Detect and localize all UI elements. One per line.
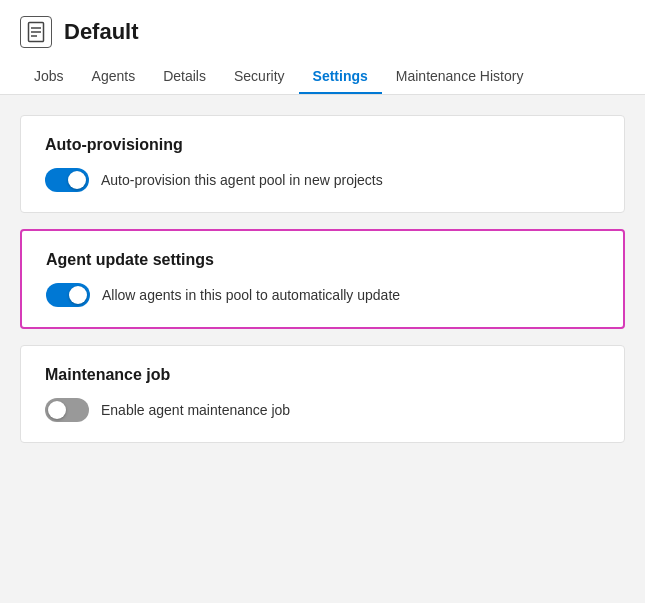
agent-update-toggle[interactable] bbox=[46, 283, 90, 307]
tab-agents[interactable]: Agents bbox=[78, 60, 150, 94]
main-content: Auto-provisioning Auto-provision this ag… bbox=[0, 95, 645, 463]
auto-provisioning-toggle-row: Auto-provision this agent pool in new pr… bbox=[45, 168, 600, 192]
auto-provisioning-toggle[interactable] bbox=[45, 168, 89, 192]
agent-update-label: Allow agents in this pool to automatical… bbox=[102, 287, 400, 303]
agent-update-title: Agent update settings bbox=[46, 251, 599, 269]
tab-maintenance-history[interactable]: Maintenance History bbox=[382, 60, 538, 94]
maintenance-job-toggle-row: Enable agent maintenance job bbox=[45, 398, 600, 422]
agent-update-card: Agent update settings Allow agents in th… bbox=[20, 229, 625, 329]
agent-update-toggle-row: Allow agents in this pool to automatical… bbox=[46, 283, 599, 307]
nav-tabs: Jobs Agents Details Security Settings Ma… bbox=[20, 60, 625, 94]
auto-provisioning-title: Auto-provisioning bbox=[45, 136, 600, 154]
auto-provisioning-card: Auto-provisioning Auto-provision this ag… bbox=[20, 115, 625, 213]
maintenance-job-label: Enable agent maintenance job bbox=[101, 402, 290, 418]
tab-jobs[interactable]: Jobs bbox=[20, 60, 78, 94]
title-row: Default bbox=[20, 16, 625, 48]
tab-details[interactable]: Details bbox=[149, 60, 220, 94]
pool-icon bbox=[20, 16, 52, 48]
auto-provisioning-label: Auto-provision this agent pool in new pr… bbox=[101, 172, 383, 188]
maintenance-job-toggle[interactable] bbox=[45, 398, 89, 422]
tab-security[interactable]: Security bbox=[220, 60, 299, 94]
pool-title: Default bbox=[64, 19, 139, 45]
maintenance-job-card: Maintenance job Enable agent maintenance… bbox=[20, 345, 625, 443]
tab-settings[interactable]: Settings bbox=[299, 60, 382, 94]
page-header: Default Jobs Agents Details Security Set… bbox=[0, 0, 645, 95]
maintenance-job-title: Maintenance job bbox=[45, 366, 600, 384]
